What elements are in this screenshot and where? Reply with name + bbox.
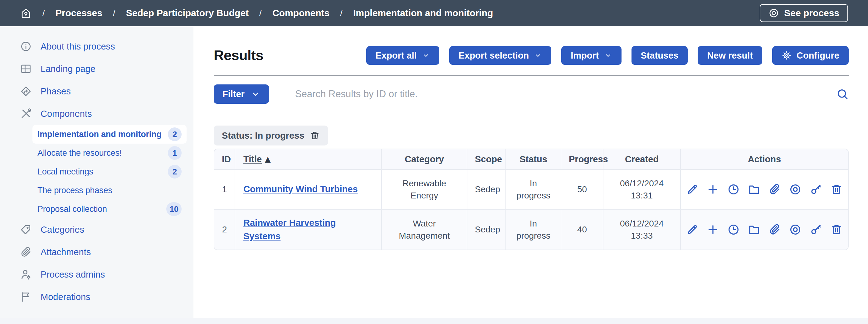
breadcrumb: / Processes / Sedep Participatory Budget…	[20, 7, 493, 19]
project-action-button[interactable]	[748, 223, 761, 236]
cell-id: 1	[214, 170, 235, 210]
statuses-label: Statuses	[641, 50, 679, 61]
sidebar-item-label: Components	[40, 109, 92, 119]
count-badge: 1	[168, 146, 182, 160]
breadcrumb-separator: /	[340, 8, 343, 18]
sidebar-subitem-the-process-phases[interactable]: The process phases	[32, 181, 187, 200]
table-header-row: ID Title ▲ Category Scope Status Progres…	[214, 149, 848, 170]
applied-filter-label: Status: In progress	[222, 131, 304, 141]
header-actions: Actions	[681, 149, 848, 170]
gear-icon	[782, 50, 792, 61]
see-process-label: See process	[784, 8, 839, 19]
toolbar: Export all Export selection Import Statu…	[366, 46, 849, 65]
timeline-action-button[interactable]	[727, 223, 740, 236]
title-sort-label: Title	[243, 154, 262, 165]
flag-icon	[20, 291, 32, 303]
tools-icon	[20, 108, 32, 120]
chevron-down-icon	[534, 51, 542, 60]
export-all-label: Export all	[376, 50, 417, 61]
breadcrumb-item-process-name[interactable]: Sedep Participatory Budget	[126, 8, 249, 19]
sidebar-item-categories[interactable]: Categories	[0, 218, 193, 241]
layout-icon	[20, 63, 32, 75]
sidebar-item-components[interactable]: Components	[0, 103, 193, 125]
paperclip-icon	[769, 223, 781, 236]
new-result-button[interactable]: New result	[698, 46, 762, 65]
timeline-action-button[interactable]	[727, 183, 740, 196]
header-progress: Progress	[561, 149, 603, 170]
sidebar-item-moderations[interactable]: Moderations	[0, 286, 193, 308]
filter-button[interactable]: Filter	[214, 84, 269, 104]
header-category: Category	[382, 149, 467, 170]
export-all-button[interactable]: Export all	[366, 46, 439, 65]
created-time: 13:31	[611, 189, 673, 202]
sidebar-item-landing-page[interactable]: Landing page	[0, 58, 193, 80]
permissions-action-button[interactable]	[810, 183, 822, 196]
tag-icon	[20, 224, 32, 236]
header-id: ID	[214, 149, 235, 170]
chevron-down-icon	[604, 51, 612, 60]
preview-action-button[interactable]	[789, 183, 802, 196]
sidebar-item-attachments[interactable]: Attachments	[0, 241, 193, 263]
cell-category: Renewable Energy	[382, 170, 467, 210]
key-icon	[810, 183, 822, 196]
sidebar-item-phases[interactable]: Phases	[0, 80, 193, 103]
pencil-icon	[686, 183, 699, 196]
statuses-button[interactable]: Statuses	[631, 46, 688, 65]
sidebar-item-about-this-process[interactable]: About this process	[0, 35, 193, 58]
title-sort-control[interactable]: Title ▲	[243, 154, 271, 165]
search-input[interactable]	[294, 88, 830, 100]
count-badge: 10	[166, 202, 182, 216]
breadcrumb-item-processes[interactable]: Processes	[56, 8, 102, 19]
sort-ascending-icon: ▲	[265, 155, 271, 164]
breadcrumb-item-current-component[interactable]: Implementation and monitoring	[353, 8, 493, 19]
main-content: Results Export all Export selection Impo…	[193, 26, 868, 318]
attachments-action-button[interactable]	[769, 223, 781, 236]
project-action-button[interactable]	[748, 183, 761, 196]
sidebar-subitem-allocate-the-resources[interactable]: Allocate the resources! 1	[32, 144, 187, 162]
export-selection-button[interactable]: Export selection	[449, 46, 552, 65]
permissions-action-button[interactable]	[810, 223, 822, 236]
info-icon	[20, 40, 32, 52]
cell-created: 06/12/2024 13:31	[603, 170, 681, 210]
see-process-button[interactable]: See process	[760, 4, 848, 22]
new-child-action-button[interactable]	[707, 223, 719, 236]
key-icon	[810, 223, 822, 236]
cell-actions	[681, 170, 848, 210]
created-date: 06/12/2024	[611, 217, 673, 229]
breadcrumb-item-components[interactable]: Components	[272, 8, 330, 19]
sidebar-subitem-proposal-collection[interactable]: Proposal collection 10	[32, 200, 187, 218]
cell-scope: Sedep	[467, 210, 506, 250]
sidebar-subitem-local-meetings[interactable]: Local meetings 2	[32, 162, 187, 181]
sidebar-subitem-implementation-and-monitoring[interactable]: Implementation and monitoring 2	[32, 125, 187, 144]
sidebar-item-label: Landing page	[40, 64, 95, 74]
sidebar-subitem-label: Implementation and monitoring	[37, 130, 162, 139]
delete-action-button[interactable]	[830, 223, 843, 236]
import-button[interactable]: Import	[561, 46, 621, 65]
plus-icon	[707, 183, 719, 196]
attachments-action-button[interactable]	[769, 183, 781, 196]
delete-action-button[interactable]	[830, 183, 843, 196]
eye-icon	[769, 8, 779, 19]
preview-action-button[interactable]	[789, 223, 802, 236]
clock-icon	[727, 223, 740, 236]
cell-id: 2	[214, 210, 235, 250]
home-icon	[20, 7, 32, 19]
home-breadcrumb-link[interactable]	[20, 7, 32, 19]
configure-button[interactable]: Configure	[772, 46, 849, 65]
search-button[interactable]	[836, 88, 849, 100]
eye-icon	[789, 223, 802, 236]
result-title-link[interactable]: Community Wind Turbines	[243, 184, 358, 194]
edit-action-button[interactable]	[686, 183, 699, 196]
pencil-icon	[686, 223, 699, 236]
remove-filter-trash-icon[interactable]	[310, 131, 320, 141]
sidebar: About this process Landing page Phases C…	[0, 26, 193, 318]
new-child-action-button[interactable]	[707, 183, 719, 196]
breadcrumb-separator: /	[259, 8, 262, 18]
sidebar-item-process-admins[interactable]: Process admins	[0, 263, 193, 286]
created-time: 13:33	[611, 229, 673, 242]
sidebar-item-label: Attachments	[40, 247, 91, 257]
edit-action-button[interactable]	[686, 223, 699, 236]
result-title-link[interactable]: Rainwater Harvesting Systems	[243, 218, 336, 242]
breadcrumb-separator: /	[42, 8, 45, 18]
topbar: / Processes / Sedep Participatory Budget…	[0, 0, 868, 26]
